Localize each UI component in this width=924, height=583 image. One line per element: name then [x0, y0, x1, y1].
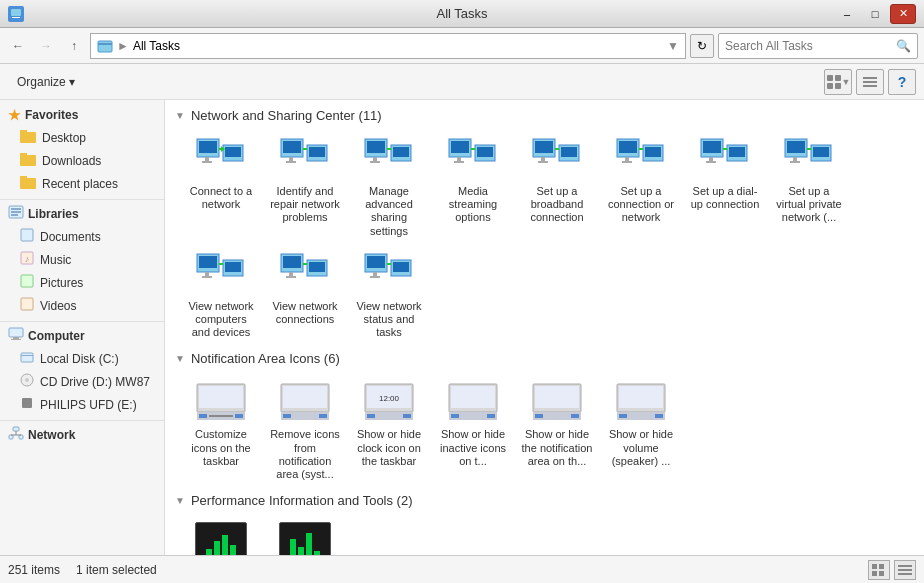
icon-item-media-streaming[interactable]: Media streaming options: [433, 131, 513, 242]
icon-item-manage-sharing[interactable]: Manage advanced sharing settings: [349, 131, 429, 242]
svg-rect-20: [11, 211, 21, 213]
icon-item-connect-network[interactable]: Connect to a network: [181, 131, 261, 242]
view-dropdown-arrow: ▼: [842, 77, 851, 87]
svg-rect-94: [790, 161, 800, 163]
section-header-notification[interactable]: ▼ Notification Area Icons (6): [173, 347, 916, 370]
section-header-network[interactable]: ▼ Network and Sharing Center (11): [173, 104, 916, 127]
svg-rect-26: [21, 298, 33, 310]
svg-rect-79: [625, 157, 629, 161]
toolbar-right: ▼ ?: [824, 69, 916, 95]
svg-text:12:00: 12:00: [379, 394, 400, 403]
app-icon: [8, 6, 24, 22]
title-bar-left: [8, 6, 24, 22]
icon-item-view-status[interactable]: View network status and tasks: [349, 246, 429, 344]
svg-rect-157: [898, 573, 912, 575]
customize-image: [193, 378, 249, 426]
minimize-button[interactable]: –: [834, 4, 860, 24]
icon-item-inactive-icons[interactable]: Show or hide inactive icons on t...: [433, 374, 513, 485]
icon-item-remove-icons[interactable]: Remove icons from notification area (sys…: [265, 374, 345, 485]
refresh-button[interactable]: ↻: [690, 34, 714, 58]
svg-rect-59: [370, 161, 380, 163]
icon-item-clock[interactable]: 12:00 Show or hide clock icon on the tas…: [349, 374, 429, 485]
svg-rect-113: [367, 256, 385, 268]
network-sharing-grid: Connect to a network Identify and repai: [173, 127, 916, 347]
icon-item-customize[interactable]: Customize icons on the taskbar: [181, 374, 261, 485]
icon-item-view-computers[interactable]: View network computers and devices: [181, 246, 261, 344]
sidebar-item-desktop[interactable]: Desktop: [0, 126, 164, 149]
sidebar-favorites-header[interactable]: ★ Favorites: [0, 104, 164, 126]
sidebar-item-recent-places[interactable]: Recent places: [0, 172, 164, 195]
up-button[interactable]: ↑: [62, 34, 86, 58]
sidebar-network-header[interactable]: Network: [0, 423, 164, 446]
forward-button[interactable]: →: [34, 34, 58, 58]
back-button[interactable]: ←: [6, 34, 30, 58]
close-button[interactable]: ✕: [890, 4, 916, 24]
breadcrumb-dropdown[interactable]: ▼: [667, 39, 679, 53]
sidebar-item-local-disk[interactable]: Local Disk (C:): [0, 347, 164, 370]
sidebar-item-documents[interactable]: Documents: [0, 225, 164, 248]
sidebar-item-cd-drive[interactable]: CD Drive (D:) MW87: [0, 370, 164, 393]
icon-item-notification-area[interactable]: Show or hide the notification area on th…: [517, 374, 597, 485]
svg-rect-5: [827, 75, 833, 81]
libraries-label: Libraries: [28, 207, 79, 221]
svg-rect-128: [283, 414, 291, 418]
search-icon: 🔍: [896, 39, 911, 53]
search-input[interactable]: [725, 39, 896, 53]
icon-item-vpn[interactable]: Set up a virtual private network (...: [769, 131, 849, 242]
icon-item-tools[interactable]: Tools: [265, 516, 345, 555]
volume-icon: [615, 382, 667, 422]
svg-rect-58: [373, 157, 377, 161]
sidebar-item-music[interactable]: ♪ Music: [0, 248, 164, 271]
svg-rect-139: [451, 414, 459, 418]
broadband-icon: [531, 137, 583, 181]
svg-rect-25: [21, 275, 33, 287]
view-options-button[interactable]: ▼: [824, 69, 852, 95]
icon-item-identify-repair[interactable]: Identify and repair network problems: [265, 131, 345, 242]
icon-item-connection-network[interactable]: Set up a connection or network: [601, 131, 681, 242]
inactive-icons-icon: [447, 382, 499, 422]
sidebar-computer-header[interactable]: Computer: [0, 324, 164, 347]
address-breadcrumb[interactable]: ► All Tasks ▼: [90, 33, 686, 59]
svg-rect-68: [477, 147, 493, 157]
svg-rect-27: [9, 328, 23, 337]
identify-repair-icon: [279, 137, 331, 181]
view-connections-image: [277, 250, 333, 298]
vpn-image: [781, 135, 837, 183]
dialup-label: Set up a dial-up connection: [689, 185, 761, 211]
organize-button[interactable]: Organize ▾: [8, 70, 84, 94]
organize-label: Organize: [17, 75, 66, 89]
toolbar-left: Organize ▾: [8, 70, 84, 94]
view-status-label: View network status and tasks: [353, 300, 425, 340]
maximize-button[interactable]: □: [862, 4, 888, 24]
sidebar-item-pictures[interactable]: Pictures: [0, 271, 164, 294]
inactive-icons-image: [445, 378, 501, 426]
organize-dropdown-icon: ▾: [69, 75, 75, 89]
sidebar-item-videos[interactable]: Videos: [0, 294, 164, 317]
sidebar-item-philips-ufd[interactable]: PHILIPS UFD (E:): [0, 393, 164, 416]
svg-rect-115: [370, 276, 380, 278]
section-title-notification: Notification Area Icons (6): [191, 351, 340, 366]
icon-item-performance-info[interactable]: Performance Info: [181, 516, 261, 555]
sidebar-libraries-header[interactable]: Libraries: [0, 202, 164, 225]
icon-item-broadband[interactable]: Set up a broadband connection: [517, 131, 597, 242]
svg-rect-140: [487, 414, 495, 418]
svg-rect-144: [535, 414, 543, 418]
section-title-network: Network and Sharing Center (11): [191, 108, 382, 123]
icon-item-view-connections[interactable]: View network connections: [265, 246, 345, 344]
view-connections-label: View network connections: [269, 300, 341, 326]
large-icons-toggle[interactable]: [868, 560, 890, 580]
help-button[interactable]: ?: [888, 69, 916, 95]
details-view-button[interactable]: [856, 69, 884, 95]
icon-item-dialup[interactable]: Set up a dial-up connection: [685, 131, 765, 242]
section-header-performance[interactable]: ▼ Performance Information and Tools (2): [173, 489, 916, 512]
icon-item-volume[interactable]: Show or hide volume (speaker) ...: [601, 374, 681, 485]
content-area: ▼ Network and Sharing Center (11): [165, 100, 924, 555]
sidebar-item-downloads[interactable]: Downloads: [0, 149, 164, 172]
svg-rect-72: [541, 157, 545, 161]
volume-image: [613, 378, 669, 426]
videos-icon: [20, 297, 34, 314]
breadcrumb-path: All Tasks: [133, 39, 180, 53]
details-toggle[interactable]: [894, 560, 916, 580]
svg-rect-86: [709, 157, 713, 161]
broadband-image: [529, 135, 585, 183]
